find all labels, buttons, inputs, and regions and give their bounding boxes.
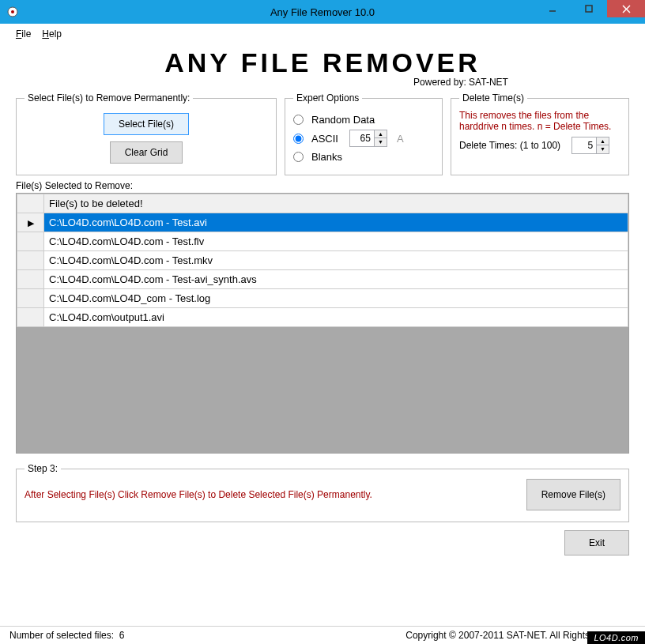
- ascii-spin-down[interactable]: ▼: [374, 138, 387, 146]
- select-files-button[interactable]: Select File(s): [104, 113, 189, 135]
- row-header[interactable]: ▶: [17, 213, 44, 232]
- delete-times-input[interactable]: [572, 138, 596, 153]
- menubar: File Help: [0, 24, 645, 44]
- row-header[interactable]: [17, 232, 44, 251]
- app-heading: ANY FILE REMOVER: [0, 47, 645, 78]
- delete-times-label: Delete Times: (1 to 100): [459, 140, 560, 151]
- delete-times-spin-down[interactable]: ▼: [596, 145, 609, 153]
- expert-options-group: Expert Options Random Data ASCII ▲ ▼ A B…: [285, 92, 443, 175]
- radio-ascii[interactable]: ASCII ▲ ▼ A: [293, 130, 434, 147]
- grid-column-header[interactable]: File(s) to be deleted!: [44, 194, 628, 213]
- file-grid[interactable]: File(s) to be deleted! ▶C:\LO4D.com\LO4D…: [16, 193, 629, 454]
- exit-button[interactable]: Exit: [564, 530, 629, 555]
- select-files-group: Select File(s) to Remove Permanently: Se…: [16, 92, 277, 175]
- select-files-legend: Select File(s) to Remove Permanently:: [25, 92, 193, 104]
- table-row[interactable]: C:\LO4D.com\LO4D.com - Test-avi_synth.av…: [17, 270, 628, 289]
- file-path-cell[interactable]: C:\LO4D.com\output1.avi: [44, 308, 628, 327]
- app-icon: [5, 4, 21, 20]
- powered-by: Powered by: SAT-NET: [277, 77, 645, 88]
- table-row[interactable]: C:\LO4D.com\LO4D_com - Test.log: [17, 289, 628, 308]
- ascii-char-preview: A: [397, 133, 404, 145]
- delete-times-spin-up[interactable]: ▲: [596, 137, 609, 145]
- delete-times-spinner[interactable]: ▲ ▼: [571, 137, 609, 154]
- grid-label: File(s) Selected to Remove:: [16, 180, 629, 191]
- clear-grid-button[interactable]: Clear Grid: [110, 141, 183, 164]
- radio-random-data[interactable]: Random Data: [293, 114, 434, 126]
- statusbar: Number of selected files: 6 Copyright © …: [0, 626, 645, 644]
- svg-rect-3: [586, 6, 592, 12]
- table-row[interactable]: C:\LO4D.com\LO4D.com - Test.mkv: [17, 251, 628, 270]
- ascii-value-input[interactable]: [350, 131, 374, 145]
- delete-times-legend: Delete Time(s): [459, 92, 527, 104]
- ascii-spinner[interactable]: ▲ ▼: [349, 130, 387, 147]
- step3-group: Step 3: After Selecting File(s) Click Re…: [16, 463, 629, 522]
- radio-blanks[interactable]: Blanks: [293, 151, 434, 163]
- watermark: LO4D.com: [587, 631, 645, 644]
- close-button[interactable]: [607, 0, 645, 17]
- minimize-button[interactable]: [534, 0, 571, 17]
- file-path-cell[interactable]: C:\LO4D.com\LO4D.com - Test.avi: [44, 213, 628, 232]
- menu-help[interactable]: Help: [42, 28, 62, 40]
- expert-options-legend: Expert Options: [293, 92, 362, 104]
- step3-legend: Step 3:: [25, 463, 61, 474]
- delete-times-group: Delete Time(s) This removes the files fr…: [451, 92, 629, 175]
- row-header[interactable]: [17, 289, 44, 308]
- table-row[interactable]: ▶C:\LO4D.com\LO4D.com - Test.avi: [17, 213, 628, 232]
- delete-times-desc: This removes the files from the harddriv…: [459, 110, 620, 132]
- remove-files-button[interactable]: Remove File(s): [526, 479, 620, 510]
- row-header[interactable]: [17, 251, 44, 270]
- titlebar: Any File Remover 10.0: [0, 0, 645, 24]
- grid-corner: [17, 194, 44, 213]
- step3-text: After Selecting File(s) Click Remove Fil…: [25, 489, 517, 500]
- svg-point-1: [11, 10, 14, 13]
- row-header[interactable]: [17, 270, 44, 289]
- row-header[interactable]: [17, 308, 44, 327]
- file-path-cell[interactable]: C:\LO4D.com\LO4D.com - Test-avi_synth.av…: [44, 270, 628, 289]
- menu-file[interactable]: File: [16, 28, 31, 40]
- status-file-count: Number of selected files: 6: [9, 630, 124, 641]
- table-row[interactable]: C:\LO4D.com\output1.avi: [17, 308, 628, 327]
- maximize-button[interactable]: [571, 0, 607, 17]
- file-path-cell[interactable]: C:\LO4D.com\LO4D.com - Test.mkv: [44, 251, 628, 270]
- file-path-cell[interactable]: C:\LO4D.com\LO4D.com - Test.flv: [44, 232, 628, 251]
- file-path-cell[interactable]: C:\LO4D.com\LO4D_com - Test.log: [44, 289, 628, 308]
- ascii-spin-up[interactable]: ▲: [374, 130, 387, 138]
- table-row[interactable]: C:\LO4D.com\LO4D.com - Test.flv: [17, 232, 628, 251]
